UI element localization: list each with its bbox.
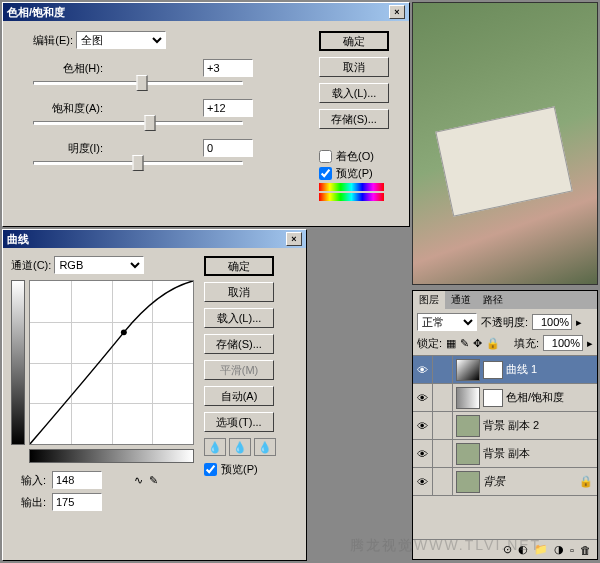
visibility-icon[interactable]: 👁 bbox=[413, 440, 433, 468]
layer-name: 背景 bbox=[483, 474, 505, 489]
save-button[interactable]: 存储(S)... bbox=[319, 109, 389, 129]
input-value[interactable] bbox=[52, 471, 102, 489]
ok-button[interactable]: 确定 bbox=[204, 256, 274, 276]
layer-name: 背景 副本 bbox=[483, 446, 530, 461]
spectrum-before bbox=[319, 183, 384, 191]
curves-title: 曲线 bbox=[7, 232, 29, 247]
preview-checkbox[interactable]: 预览(P) bbox=[319, 166, 399, 181]
tab-paths[interactable]: 路径 bbox=[477, 291, 509, 309]
auto-button[interactable]: 自动(A) bbox=[204, 386, 274, 406]
curves-titlebar: 曲线 × bbox=[3, 230, 306, 248]
adjustment-icon[interactable]: ◑ bbox=[554, 543, 564, 556]
light-label: 明度(I): bbox=[33, 141, 103, 156]
pencil-tool-icon[interactable]: ✎ bbox=[149, 474, 158, 487]
layer-list: 👁曲线 1 👁色相/饱和度 👁背景 副本 2 👁背景 副本 👁背景🔒 bbox=[413, 355, 597, 496]
colorize-checkbox[interactable]: 着色(O) bbox=[319, 149, 399, 164]
lock-label: 锁定: bbox=[417, 336, 442, 351]
edit-select[interactable]: 全图 bbox=[76, 31, 166, 49]
layer-name: 曲线 1 bbox=[506, 362, 537, 377]
channel-label: 通道(C): bbox=[11, 259, 51, 271]
cancel-button[interactable]: 取消 bbox=[319, 57, 389, 77]
sat-label: 饱和度(A): bbox=[33, 101, 103, 116]
layer-item[interactable]: 👁背景 副本 bbox=[413, 440, 597, 468]
visibility-icon[interactable]: 👁 bbox=[413, 412, 433, 440]
layer-item[interactable]: 👁背景 副本 2 bbox=[413, 412, 597, 440]
fill-input[interactable]: 100% bbox=[543, 335, 583, 351]
preview-image bbox=[412, 2, 598, 285]
lock-paint-icon[interactable]: ✎ bbox=[460, 337, 469, 350]
input-label: 输入: bbox=[11, 473, 46, 488]
close-icon[interactable]: × bbox=[389, 5, 405, 19]
lock-transparency-icon[interactable]: ▦ bbox=[446, 337, 456, 350]
panel-tabs: 图层 通道 路径 bbox=[413, 291, 597, 309]
trash-icon[interactable]: 🗑 bbox=[580, 544, 591, 556]
smooth-button: 平滑(M) bbox=[204, 360, 274, 380]
save-button[interactable]: 存储(S)... bbox=[204, 334, 274, 354]
curve-graph[interactable] bbox=[29, 280, 194, 445]
close-icon[interactable]: × bbox=[286, 232, 302, 246]
hue-saturation-dialog: 色相/饱和度 × 编辑(E): 全图 色相(H): 饱和度(A): bbox=[2, 2, 410, 227]
hue-title: 色相/饱和度 bbox=[7, 5, 65, 20]
fill-label: 填充: bbox=[514, 336, 539, 351]
output-label: 输出: bbox=[11, 495, 46, 510]
hue-label: 色相(H): bbox=[33, 61, 103, 76]
cancel-button[interactable]: 取消 bbox=[204, 282, 274, 302]
spectrum-after bbox=[319, 193, 384, 201]
output-gradient bbox=[11, 280, 25, 445]
preview-checkbox[interactable]: 预览(P) bbox=[204, 462, 282, 477]
eyedropper-black-icon[interactable]: 💧 bbox=[204, 438, 226, 456]
curves-dialog: 曲线 × 通道(C): RGB bbox=[2, 229, 307, 561]
opacity-label: 不透明度: bbox=[481, 315, 528, 330]
ok-button[interactable]: 确定 bbox=[319, 31, 389, 51]
load-button[interactable]: 载入(L)... bbox=[204, 308, 274, 328]
layers-panel: 图层 通道 路径 正常 不透明度: 100%▸ 锁定: ▦ ✎ ✥ 🔒 填充: … bbox=[412, 290, 598, 560]
tab-channels[interactable]: 通道 bbox=[445, 291, 477, 309]
visibility-icon[interactable]: 👁 bbox=[413, 468, 433, 496]
lock-all-icon[interactable]: 🔒 bbox=[486, 337, 500, 350]
output-value[interactable] bbox=[52, 493, 102, 511]
tab-layers[interactable]: 图层 bbox=[413, 291, 445, 309]
layer-item[interactable]: 👁曲线 1 bbox=[413, 356, 597, 384]
hue-input[interactable] bbox=[203, 59, 253, 77]
blend-mode-select[interactable]: 正常 bbox=[417, 313, 477, 331]
hue-slider[interactable] bbox=[33, 81, 243, 85]
options-button[interactable]: 选项(T)... bbox=[204, 412, 274, 432]
hue-titlebar: 色相/饱和度 × bbox=[3, 3, 409, 21]
new-layer-icon[interactable]: ▫ bbox=[570, 544, 574, 556]
curve-tool-icon[interactable]: ∿ bbox=[134, 474, 143, 487]
layer-item[interactable]: 👁色相/饱和度 bbox=[413, 384, 597, 412]
visibility-icon[interactable]: 👁 bbox=[413, 356, 433, 384]
svg-point-0 bbox=[121, 329, 127, 335]
edit-label: 编辑(E): bbox=[13, 33, 73, 48]
eyedropper-gray-icon[interactable]: 💧 bbox=[229, 438, 251, 456]
eyedropper-white-icon[interactable]: 💧 bbox=[254, 438, 276, 456]
opacity-input[interactable]: 100% bbox=[532, 314, 572, 330]
chevron-right-icon[interactable]: ▸ bbox=[576, 316, 582, 329]
chevron-right-icon[interactable]: ▸ bbox=[587, 337, 593, 350]
watermark: 腾龙视觉WWW.TLVI.NET bbox=[350, 537, 541, 555]
sat-slider[interactable] bbox=[33, 121, 243, 125]
layer-name: 背景 副本 2 bbox=[483, 418, 539, 433]
light-slider[interactable] bbox=[33, 161, 243, 165]
layer-item[interactable]: 👁背景🔒 bbox=[413, 468, 597, 496]
layer-name: 色相/饱和度 bbox=[506, 390, 564, 405]
channel-select[interactable]: RGB bbox=[54, 256, 144, 274]
lock-move-icon[interactable]: ✥ bbox=[473, 337, 482, 350]
input-gradient bbox=[29, 449, 194, 463]
lock-icon: 🔒 bbox=[579, 475, 593, 488]
light-input[interactable] bbox=[203, 139, 253, 157]
load-button[interactable]: 载入(L)... bbox=[319, 83, 389, 103]
sat-input[interactable] bbox=[203, 99, 253, 117]
visibility-icon[interactable]: 👁 bbox=[413, 384, 433, 412]
